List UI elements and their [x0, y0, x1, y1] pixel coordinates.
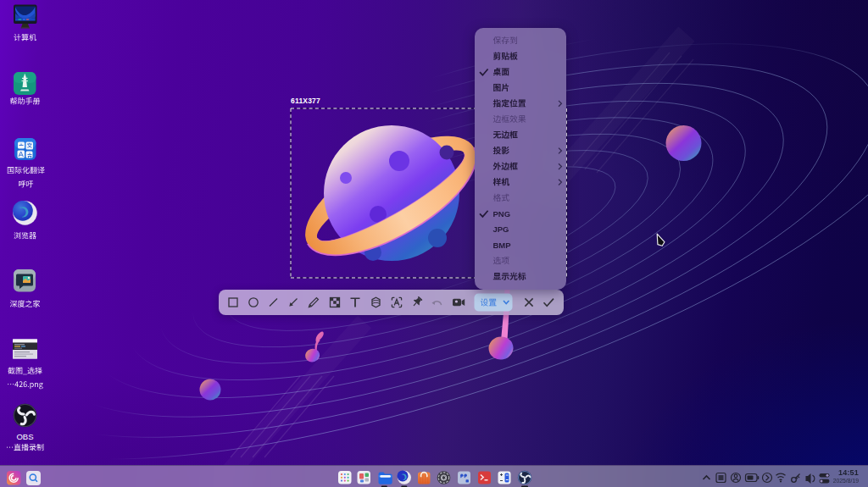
svg-text:PNG: PNG — [492, 208, 510, 218]
svg-text:JPG: JPG — [492, 224, 509, 234]
svg-text:BMP: BMP — [492, 240, 511, 249]
svg-text:OBS: OBS — [16, 432, 33, 441]
